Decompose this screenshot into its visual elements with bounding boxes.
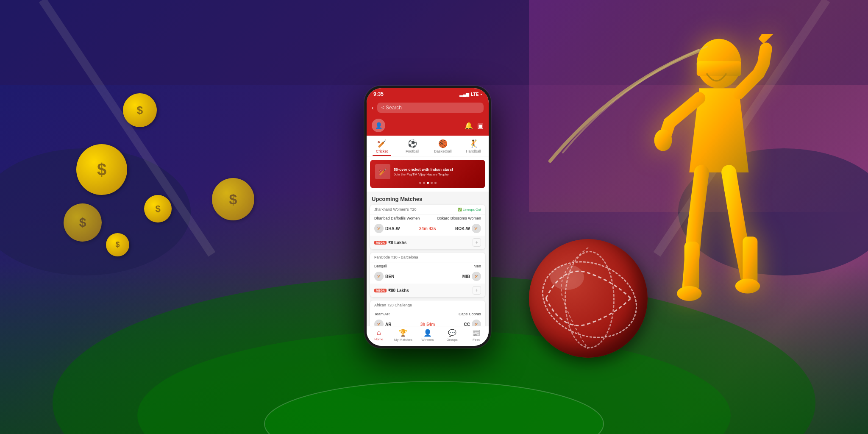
feed-label: Feed [473,338,480,342]
header-right-icons: 🔔 ▣ [465,122,484,130]
wallet-icon[interactable]: ▣ [477,122,484,130]
tab-cricket[interactable]: 🏏 Cricket [367,137,397,156]
match-1-teams: 🏏 DHA-W 24m 43s BOK-W 🏏 [370,221,485,236]
match-3-team1-abbr: AR [385,322,391,326]
sports-tabs: 🏏 Cricket ⚽ Football 🏀 Basketball 🤾 Hand… [367,136,489,156]
dot-3 [427,182,429,184]
match-2-league: FanCode T10 - Barcelona [374,255,418,259]
cricket-ball [529,239,648,358]
nav-groups[interactable]: 💬 Groups [440,329,465,342]
match-3-team1-logo: 🏏 [374,320,384,326]
handball-icon: 🤾 [469,139,478,148]
match-3-team1-name: Team AR [374,312,390,316]
notification-icon[interactable]: 🔔 [465,122,473,130]
cricket-icon: 🏏 [377,139,387,148]
match-1-mega-tag: MEGA [374,241,387,245]
nav-home[interactable]: ⌂ Home [367,329,391,342]
home-label: Home [374,337,383,341]
match-card-1[interactable]: Jharkhand Women's T20 ✅ Lineups Out Dhan… [370,205,485,249]
nav-winners[interactable]: 👤 Winners [415,329,440,342]
home-icon: ⌂ [377,329,381,337]
promo-banner[interactable]: 🏏 50-over cricket with Indian stars! Joi… [370,160,485,188]
coin-2: $ [123,93,157,127]
groups-icon: 💬 [448,329,456,337]
my-matches-label: My Matches [394,338,412,342]
status-icons: ▂▄▆ LTE ▪ [459,92,482,97]
lineups-icon: ✅ [458,208,462,211]
coin-3: $ [144,195,172,223]
match-1-add-btn[interactable]: + [473,238,481,247]
back-button[interactable]: ‹ [372,104,374,111]
match-1-team-names: Dhanbad Daffodils Women Bokaro Blossoms … [370,214,485,221]
match-1-header: Jharkhand Women's T20 ✅ Lineups Out [370,205,485,214]
match-3-team2-abbr: CC [464,322,470,326]
tab-handball[interactable]: 🤾 Handball [458,137,489,156]
match-card-2[interactable]: FanCode T10 - Barcelona Bengali Men 🏏 BE… [370,253,485,297]
match-2-team2-name: Men [473,264,481,268]
dot-4 [431,182,433,184]
tab-basketball[interactable]: 🏀 Basketball [428,137,458,156]
nav-my-matches[interactable]: 🏆 My Matches [391,329,416,342]
match-1-team1-logo: 🏏 [374,224,384,233]
dot-5 [434,182,437,184]
phone-outer: 9:35 ▂▄▆ LTE ▪ ‹ < Search 👤 [364,86,491,348]
avatar-icon: 👤 [375,122,382,129]
match-card-3[interactable]: African T20 Challenge Team AR Cape Cobra… [370,300,485,326]
match-2-team2: MIB 🏏 [462,272,481,281]
match-2-team1-name: Bengali [374,264,387,268]
match-1-team1: 🏏 DHA-W [374,224,400,233]
match-2-header: FanCode T10 - Barcelona [370,253,485,262]
winners-icon: 👤 [423,329,432,337]
match-1-team1-name: Dhanbad Daffodils Women [374,216,420,220]
match-2-team1-logo: 🏏 [374,272,384,281]
basketball-label: Basketball [434,149,452,153]
lte-label: LTE [471,92,479,97]
match-1-team2: BOK-W 🏏 [455,224,481,233]
match-1-prize: MEGA ₹8 Lakhs [374,240,406,245]
match-3-header: African T20 Challenge [370,300,485,310]
match-2-prize-amount: ₹80 Lakhs [388,288,409,293]
svg-point-13 [677,286,701,301]
cricket-label: Cricket [376,149,388,153]
match-2-add-btn[interactable]: + [473,286,481,295]
phone-screen: 9:35 ▂▄▆ LTE ▪ ‹ < Search 👤 [367,88,489,346]
feed-icon: 📰 [472,329,481,337]
match-2-team-names: Bengali Men [370,262,485,269]
coin-1: $ [76,144,127,195]
match-2-prize: MEGA ₹80 Lakhs [374,288,409,293]
nav-feed[interactable]: 📰 Feed [464,329,489,342]
match-1-timer: 24m 43s [419,226,436,231]
tab-football[interactable]: ⚽ Football [397,137,428,156]
match-3-team2: CC 🏏 [464,320,481,326]
match-2-teams: 🏏 BEN MIB 🏏 [370,269,485,284]
status-bar: 9:35 ▂▄▆ LTE ▪ [367,88,489,100]
coin-6: $ [212,178,254,220]
match-2-team2-logo: 🏏 [472,272,481,281]
search-bar[interactable]: ‹ < Search [367,100,489,117]
match-1-team1-abbr: DHA-W [385,226,400,231]
match-2-team2-abbr: MIB [462,274,470,279]
match-2-team1-abbr: BEN [385,274,394,279]
svg-point-10 [654,129,672,151]
phone-container: 9:35 ▂▄▆ LTE ▪ ‹ < Search 👤 [364,86,491,348]
match-3-timer: 3h 54m [420,322,435,326]
match-1-lineups: ✅ Lineups Out [458,208,481,211]
match-1-team2-logo: 🏏 [472,224,481,233]
winners-label: Winners [421,338,434,342]
basketball-icon: 🏀 [438,139,448,148]
bottom-nav: ⌂ Home 🏆 My Matches 👤 Winners 💬 Groups [367,326,489,346]
signal-icon: ▂▄▆ [459,92,469,97]
football-icon: ⚽ [408,139,417,148]
match-3-team-names: Team AR Cape Cobras [370,310,485,317]
battery-icon: ▪ [480,92,482,97]
banner-dots [375,182,480,184]
banner-sub-text: Join the PayTM Vijay Hazare Trophy [394,172,453,176]
coin-5: $ [64,203,102,242]
svg-point-15 [550,264,584,290]
matches-scroll[interactable]: Upcoming Matches Jharkhand Women's T20 ✅… [367,192,489,326]
svg-rect-9 [697,61,741,76]
football-label: Football [406,149,419,153]
search-input[interactable]: < Search [377,103,484,113]
match-1-league: Jharkhand Women's T20 [374,207,416,211]
user-avatar[interactable]: 👤 [372,119,385,132]
